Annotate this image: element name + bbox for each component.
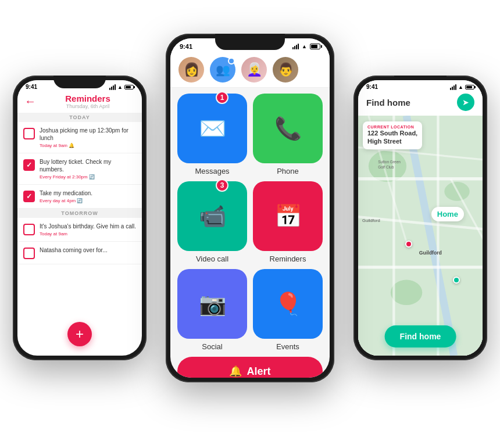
app-icon-videocall[interactable]: 3 📹 Video call [177, 181, 247, 263]
svg-point-3 [391, 280, 422, 305]
reminder-text-4: It's Joshua's birthday. Give him a call. [40, 223, 136, 230]
map-header: Find home ➤ [358, 91, 483, 116]
map-area[interactable]: Sutton Green Golf Club Guildford Guildfo… [358, 116, 483, 356]
app-label-messages: Messages [195, 167, 229, 175]
alert-button[interactable]: 🔔 Alert [177, 357, 323, 378]
status-time-right: 9:41 [366, 84, 378, 90]
checkbox-3[interactable] [23, 191, 35, 202]
reminder-sub-3: Every day at 4pm 🔄 [40, 198, 92, 203]
app-grid: 1 ✉️ Messages 📞 Phone 3 📹 Video call [170, 88, 330, 357]
app-icon-reminders[interactable]: 📅 Reminders [253, 181, 323, 263]
reminder-text-3: Take my medication. [40, 189, 92, 197]
reminder-text-1: Joshua picking me up 12:30pm for lunch [40, 127, 136, 142]
status-time-left: 9:41 [26, 84, 37, 90]
home-marker: Home [431, 207, 464, 221]
app-label-phone: Phone [277, 167, 299, 175]
section-tomorrow: TOMORROW [17, 209, 142, 218]
reminders-title: Reminders [41, 94, 135, 103]
svg-text:Guildford: Guildford [419, 250, 442, 256]
fab-button[interactable]: + [67, 322, 92, 346]
reminder-item-3[interactable]: Take my medication. Every day at 4pm 🔄 [17, 185, 142, 209]
status-time-center: 9:41 [180, 43, 192, 50]
svg-rect-0 [358, 116, 483, 356]
svg-text:Sutton Green: Sutton Green [378, 160, 401, 164]
phone-left: 9:41 ▲ [13, 76, 147, 360]
reminder-sub-1: Today at 9am 🔔 [40, 143, 136, 148]
reminder-sub-2: Every Friday at 2:30pm 🔄 [40, 174, 136, 180]
phone-center: 9:41 ▲ [166, 34, 334, 382]
app-label-social: Social [202, 342, 222, 351]
svg-text:Golf Club: Golf Club [378, 165, 394, 169]
reminder-sub-4: Today at 9am [40, 231, 136, 236]
back-button-left[interactable]: ← [24, 95, 36, 108]
section-today: TODAY [17, 113, 142, 122]
bell-icon: 🔔 [229, 365, 242, 378]
checkbox-1[interactable] [23, 128, 35, 139]
checkbox-5[interactable] [23, 248, 35, 259]
contact-avatar-4[interactable]: 👨 [273, 57, 298, 83]
current-location-address: 122 South Road,High Street [367, 129, 417, 146]
current-location-card: CURRENT LOCATION 122 South Road,High Str… [363, 121, 422, 149]
contact-avatar-3[interactable]: 👩‍🦳 [241, 57, 267, 83]
contact-avatar-1[interactable]: 👩 [178, 57, 204, 83]
find-home-button[interactable]: Find home [385, 325, 456, 347]
checkbox-4[interactable] [23, 224, 35, 235]
main-scene: 9:41 ▲ [0, 0, 500, 448]
current-position-dot [405, 241, 412, 248]
find-home-title: Find home [366, 98, 410, 107]
alert-label: Alert [247, 365, 270, 378]
app-icon-social[interactable]: 📷 Social [177, 269, 247, 351]
contacts-row: 👩 👥 👩‍🦳 👨 [170, 52, 330, 88]
app-label-videocall: Video call [196, 255, 228, 263]
app-icon-phone[interactable]: 📞 Phone [253, 94, 323, 175]
app-label-reminders: Reminders [270, 255, 306, 263]
reminder-item-2[interactable]: Buy lottery ticket. Check my numbers. Ev… [17, 153, 142, 185]
contact-avatar-group[interactable]: 👥 [210, 57, 235, 83]
navigation-icon[interactable]: ➤ [457, 94, 474, 111]
reminder-item-5[interactable]: Natasha coming over for... [17, 242, 142, 264]
reminders-date: Thursday, 6th April [41, 103, 135, 109]
checkbox-2[interactable] [23, 159, 35, 171]
reminder-text-2: Buy lottery ticket. Check my numbers. [40, 158, 136, 173]
current-location-label: CURRENT LOCATION [367, 125, 417, 129]
app-icon-events[interactable]: 🎈 Events [253, 269, 323, 351]
reminder-item-1[interactable]: Joshua picking me up 12:30pm for lunch T… [17, 122, 142, 153]
svg-text:Guildford: Guildford [362, 218, 380, 223]
app-label-events: Events [276, 342, 299, 351]
reminder-item-4[interactable]: It's Joshua's birthday. Give him a call.… [17, 218, 142, 242]
reminder-text-5: Natasha coming over for... [40, 246, 108, 254]
app-icon-messages[interactable]: 1 ✉️ Messages [177, 94, 247, 175]
phone-right: 9:41 ▲ [353, 76, 487, 360]
